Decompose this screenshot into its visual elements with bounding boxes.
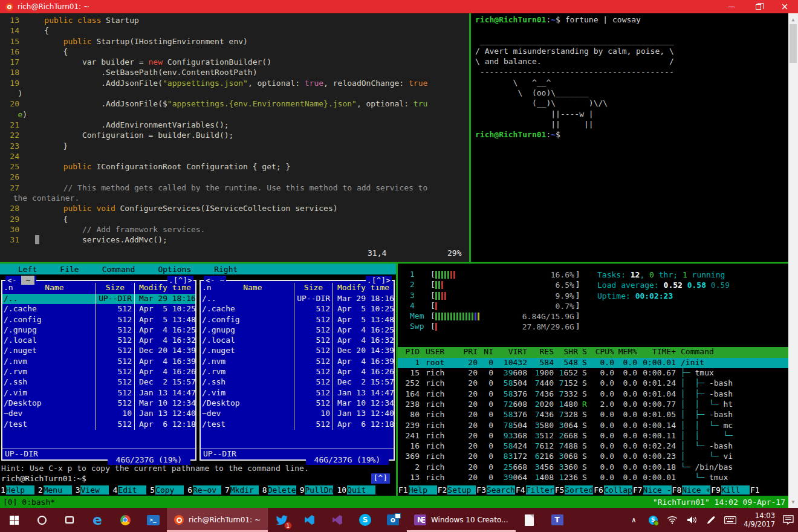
mc-command-line[interactable]: rich@RichTurn01:~$ <box>0 474 396 484</box>
mc-file-row[interactable]: /.nuget512Dec 20 14:39 <box>2 346 195 356</box>
fkey-pulldn[interactable]: 9PullDn <box>299 485 334 495</box>
mc-file-row[interactable]: /.nuget512Dec 20 14:39 <box>201 346 394 356</box>
volume-button[interactable] <box>682 508 701 532</box>
mc-left-panel-topright[interactable]: .[^]> <box>167 276 193 285</box>
touch-keyboard-button[interactable] <box>721 508 740 532</box>
mc-file-row[interactable]: /.cache512Apr 5 10:25 <box>2 304 195 314</box>
mc-pane[interactable]: LeftFileCommandOptionsRight <- ~ .[^]> .… <box>0 264 396 496</box>
process-row[interactable]: 239rich2007850435803064S0.00.00:00.14│ │… <box>398 421 788 431</box>
twitter-button[interactable]: 1 <box>268 508 296 532</box>
powershell-button[interactable]: >_ <box>139 508 167 532</box>
vscode-button[interactable] <box>296 508 323 532</box>
mc-file-row[interactable]: /Desktop512Mar 10 12:34 <box>2 398 195 409</box>
mc-file-row[interactable]: /.local512Apr 4 16:32 <box>201 336 394 346</box>
wsl-terminal-button[interactable]: rich@RichTurn01: ~ <box>167 508 268 532</box>
fkey-re~ov[interactable]: 6Re~ov <box>187 485 221 495</box>
mc-file-row[interactable]: /.config512Apr 5 13:48 <box>201 315 394 325</box>
process-row[interactable]: 252rich2005850474407152S0.00.00:01.24│ ├… <box>398 378 788 389</box>
action-center-button[interactable] <box>779 508 798 532</box>
process-row[interactable]: 13rich2003906414081236S0.00.00:00.01 └─ … <box>398 473 788 483</box>
mc-file-row[interactable]: ~dev10Jan 13 12:40 <box>2 409 195 419</box>
outlook-button[interactable]: o <box>379 508 407 532</box>
mc-file-row[interactable]: /test512Apr 6 12:18 <box>2 420 195 430</box>
window-scrollbar[interactable]: ▲ ▼ <box>788 13 798 508</box>
visual-studio-button[interactable] <box>323 508 351 532</box>
fkey-kill[interactable]: F9Kill <box>710 485 750 495</box>
mc-file-row[interactable]: /.vim512Jan 13 14:47 <box>201 388 394 398</box>
process-row[interactable]: 241rich2009336835122668S0.00.00:00.11│ │… <box>398 431 788 441</box>
mc-file-row[interactable]: ~dev10Jan 13 12:40 <box>201 409 394 419</box>
process-table-header[interactable]: PIDUSERPRINIVIRTRESSHRSCPU%MEM%TIME+Comm… <box>398 347 788 358</box>
fkey-menu[interactable]: 2Menu <box>37 485 72 495</box>
mc-file-row[interactable]: /.ssh512Dec 2 15:57 <box>201 377 394 388</box>
window-titlebar[interactable]: rich@RichTurn01: ~ × <box>0 0 798 13</box>
onenote-button[interactable]: N Windows 10 Creato... <box>407 508 516 532</box>
mc-file-row[interactable]: /..UP--DIRMar 29 18:16 <box>2 294 195 304</box>
close-button[interactable]: × <box>771 0 798 13</box>
skype-button[interactable]: S <box>351 508 379 532</box>
vim-pane[interactable]: 13 public class Startup14 {15 public Sta… <box>0 13 469 262</box>
fkey-collap[interactable]: F6Collap <box>593 485 632 495</box>
taskbar-clock[interactable]: 14:03 4/9/2017 <box>740 508 779 532</box>
mc-file-row[interactable]: /.nvm512Apr 4 16:39 <box>201 357 394 367</box>
mc-file-row[interactable]: /.local512Apr 4 16:32 <box>2 336 195 346</box>
tmux-session-windows[interactable]: [0] 0:bash* <box>3 498 55 507</box>
mc-menu-right[interactable]: Right <box>214 265 238 274</box>
mc-history-badge[interactable]: [^] <box>371 473 390 484</box>
teams-button[interactable]: T <box>543 508 571 532</box>
mc-file-row[interactable]: /.cache512Apr 5 10:25 <box>201 304 394 314</box>
process-row[interactable]: 238rich2007260820201480R2.00.00:00.77│ │… <box>398 400 788 410</box>
mc-right-panel[interactable]: <- ~ .[^]> .nName Size Modify time /..UP… <box>199 280 395 461</box>
mc-file-row[interactable]: /test512Apr 6 12:18 <box>201 420 394 430</box>
process-row[interactable]: 2rich2002566834563360S0.00.00:00.18└─ /b… <box>398 462 788 473</box>
fkey-view[interactable]: 3View <box>75 485 109 495</box>
fkey-delete[interactable]: 8Delete <box>262 485 296 495</box>
mc-right-columns[interactable]: .nName Size Modify time <box>201 283 394 294</box>
wifi-button[interactable] <box>663 508 682 532</box>
process-row[interactable]: 16rich2005842476127488S0.00.00:02.24│ └─… <box>398 441 788 452</box>
mc-menu-left[interactable]: Left <box>18 265 37 274</box>
fkey-nice +[interactable]: F8Nice + <box>672 485 711 495</box>
process-row[interactable]: 15rich2003960819001652S0.00.00:00.67├─ t… <box>398 368 788 378</box>
fkey-nice -[interactable]: F7Nice - <box>632 485 672 495</box>
document-button[interactable] <box>516 508 543 532</box>
fkey-quit[interactable]: 10Quit <box>336 485 375 495</box>
restore-button[interactable] <box>745 0 771 13</box>
edge-button[interactable]: e <box>83 508 111 532</box>
fkey-search[interactable]: F3Search <box>476 485 515 495</box>
mc-file-row[interactable]: /.gnupg512Apr 4 16:25 <box>2 325 195 336</box>
cortana-button[interactable] <box>28 508 56 532</box>
fkey-help[interactable]: F1Help <box>398 485 437 495</box>
mc-file-row[interactable]: /.nvm512Apr 4 16:39 <box>2 357 195 367</box>
mc-file-row[interactable]: /.gnupg512Apr 4 16:25 <box>201 325 394 336</box>
htop-pane[interactable]: 1[16.6%]2[6.5%]3[9.9%]4[0.7%]Mem[6.84G/1… <box>398 264 788 496</box>
process-row[interactable]: 164rich2005837674367332S0.00.00:01.04│ ├… <box>398 389 788 400</box>
process-row[interactable]: 1root20010432584548S0.00.00:00.01/init <box>398 358 788 368</box>
task-view-button[interactable] <box>56 508 83 532</box>
mc-menu-options[interactable]: Options <box>158 265 191 274</box>
mc-file-row[interactable]: /.rvm512Apr 4 16:26 <box>2 367 195 377</box>
tray-chevron-button[interactable]: ∧ <box>624 508 643 532</box>
fkey-edit[interactable]: 4Edit <box>112 485 146 495</box>
shell-pane[interactable]: rich@RichTurn01:~$ fortune | cowsay ____… <box>471 13 788 262</box>
fkey-f1[interactable]: F1 <box>750 485 761 495</box>
fkey-sorted[interactable]: F5Sorted <box>554 485 594 495</box>
mc-file-row[interactable]: /.ssh512Dec 2 15:57 <box>2 377 195 388</box>
scroll-up-icon[interactable]: ▲ <box>788 15 798 24</box>
fkey-help[interactable]: 1Help <box>0 485 34 495</box>
mc-menu-file[interactable]: File <box>60 265 79 274</box>
pen-button[interactable] <box>701 508 721 532</box>
mc-file-row[interactable]: /..UP--DIRMar 29 18:16 <box>201 294 394 304</box>
mc-file-row[interactable]: /.rvm512Apr 4 16:26 <box>201 367 394 377</box>
mc-file-row[interactable]: /.config512Apr 5 13:48 <box>2 315 195 325</box>
process-row[interactable]: 369rich2008317262163068S0.00.00:00.23│ └… <box>398 452 788 462</box>
mc-menu-command[interactable]: Command <box>102 265 135 274</box>
fkey-setup[interactable]: F2Setup <box>437 485 476 495</box>
chrome-button[interactable] <box>111 508 139 532</box>
mc-file-row[interactable]: /Desktop512Mar 10 12:34 <box>201 398 394 409</box>
mc-right-panel-topright[interactable]: .[^]> <box>366 276 392 285</box>
process-row[interactable]: 80rich2005837674367328S0.00.00:01.05│ ├─… <box>398 410 788 420</box>
skype-tray-button[interactable]: S <box>643 508 663 532</box>
scrollbar-thumb[interactable] <box>790 24 797 63</box>
fkey-mkdir[interactable]: 7Mkdir <box>224 485 259 495</box>
